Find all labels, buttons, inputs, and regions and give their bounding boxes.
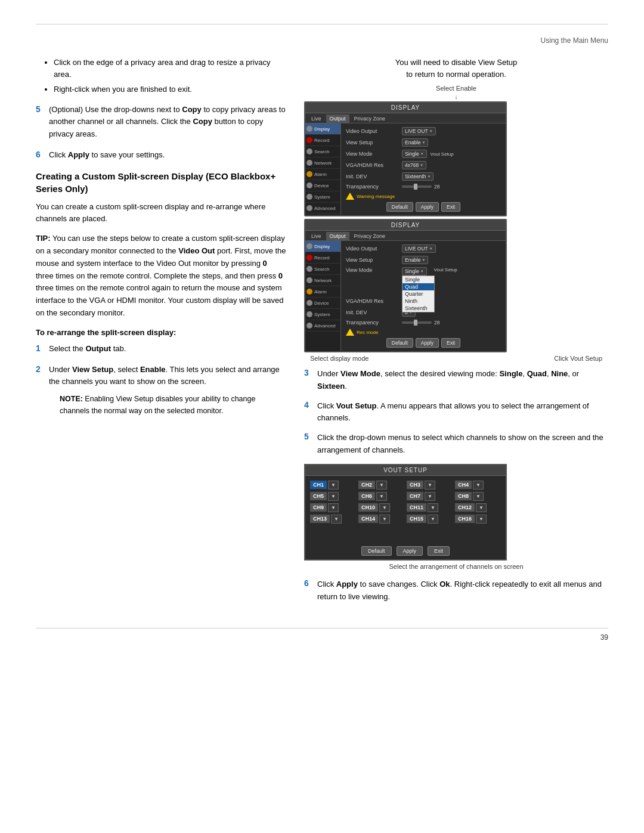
display-icon-2 [306, 243, 312, 249]
transparency-slider-2[interactable] [402, 321, 432, 324]
ch13-dropdown[interactable]: ▼ [331, 515, 342, 524]
vout-cell-ch3: CH3 ▼ [407, 481, 453, 490]
view-mode-dropdown-2[interactable]: Single [402, 267, 427, 275]
display-body-1: Display Record Search [305, 123, 506, 215]
ch10-dropdown[interactable]: ▼ [379, 503, 390, 512]
ch3-label: CH3 [407, 481, 423, 489]
vout-apply-btn[interactable]: Apply [397, 546, 423, 556]
sidebar-alarm-1[interactable]: Alarm [305, 169, 340, 180]
ch3-dropdown[interactable]: ▼ [425, 481, 435, 490]
tip-block: TIP: You can use the steps below to crea… [36, 233, 286, 320]
default-btn-2[interactable]: Default [386, 338, 413, 348]
ch1-dropdown[interactable]: ▼ [328, 481, 339, 490]
exit-btn-2[interactable]: Exit [441, 338, 460, 348]
view-setup-dropdown-2[interactable]: Enable [402, 256, 428, 264]
sidebar-search-2[interactable]: Search [305, 264, 340, 275]
step-5-left: 5 (Optional) Use the drop-downs next to … [36, 104, 286, 141]
sidebar-device-2[interactable]: Device [305, 298, 340, 309]
view-mode-dropdown-1[interactable]: Single [402, 150, 427, 158]
step-2: 2 Under View Setup, select Enable. This … [36, 364, 286, 417]
sidebar-network-1[interactable]: Network [305, 157, 340, 169]
ch11-dropdown[interactable]: ▼ [428, 503, 438, 512]
ch4-dropdown[interactable]: ▼ [473, 481, 484, 490]
step-4-body: Click Vout Setup. A menu appears that al… [317, 400, 608, 425]
tab-output-2[interactable]: Output [326, 232, 349, 240]
step-6-right-body: Click Apply to save changes. Click Ok. R… [317, 578, 608, 603]
ch12-label: CH12 [455, 503, 475, 512]
sidebar-advanced-1[interactable]: Advanced [305, 203, 340, 214]
sidebar-search-1[interactable]: Search [305, 146, 340, 157]
ch5-dropdown[interactable]: ▼ [328, 492, 339, 501]
default-btn-1[interactable]: Default [386, 202, 413, 212]
apply-btn-2[interactable]: Apply [416, 338, 439, 348]
alarm-icon-2 [306, 289, 312, 295]
tab-privacy-1[interactable]: Privacy Zone [351, 114, 389, 123]
tab-privacy-2[interactable]: Privacy Zone [351, 232, 389, 240]
sidebar-display-2[interactable]: Display [305, 241, 340, 252]
transparency-slider-1[interactable] [402, 185, 432, 188]
vout-cell-ch12: CH12 ▼ [455, 503, 501, 512]
tab-live-1[interactable]: Live [308, 114, 325, 123]
option-quarter[interactable]: Quarter [402, 290, 434, 298]
tab-output-1[interactable]: Output [326, 114, 349, 123]
vout-cell-ch11: CH11 ▼ [407, 503, 453, 512]
ch5-label: CH5 [310, 492, 327, 500]
vout-exit-btn[interactable]: Exit [428, 546, 450, 556]
step-1: 1 Select the Output tab. [36, 343, 286, 355]
vout-cell-ch9: CH9 ▼ [310, 503, 356, 512]
view-mode-options: Single Quad Quarter Ninth Sixteenth [402, 275, 435, 312]
init-dev-dropdown-1[interactable]: Sixteenth [402, 172, 434, 181]
vga-dropdown-1[interactable]: 4x768 [402, 161, 426, 169]
display-icon [306, 126, 312, 132]
step-5-right: 5 Click the drop-down menus to select wh… [304, 432, 608, 457]
warning-block-1: Warning message [346, 193, 501, 200]
ch2-dropdown[interactable]: ▼ [376, 481, 387, 490]
left-column: Click on the edge of a privacy area and … [36, 57, 286, 610]
slider-thumb-2 [414, 320, 417, 326]
apply-btn-1[interactable]: Apply [416, 202, 439, 212]
transparency-val-2: 28 [434, 320, 439, 326]
sidebar-record-1[interactable]: Record [305, 135, 340, 146]
view-setup-dropdown-1[interactable]: Enable [402, 138, 428, 147]
display-sidebar-1: Display Record Search [305, 123, 341, 215]
sidebar-system-2[interactable]: System [305, 309, 340, 320]
ch6-dropdown[interactable]: ▼ [376, 492, 387, 501]
sidebar-record-2[interactable]: Record [305, 252, 340, 264]
ch14-dropdown[interactable]: ▼ [379, 515, 390, 524]
vout-setup-btn-2[interactable]: Vout Setup [434, 267, 457, 272]
ch7-dropdown[interactable]: ▼ [425, 492, 435, 501]
screenshot-labels: Select display mode Click Vout Setup [304, 355, 608, 362]
warning-block-2: Rec mode [346, 329, 501, 336]
sidebar-device-1[interactable]: Device [305, 180, 340, 191]
bullet-list: Click on the edge of a privacy area and … [42, 57, 286, 95]
sidebar-alarm-2[interactable]: Alarm [305, 286, 340, 298]
vga-label-1: VGA/HDMI Res [346, 162, 400, 168]
sidebar-system-1[interactable]: System [305, 191, 340, 203]
ch9-dropdown[interactable]: ▼ [328, 503, 339, 512]
vout-cell-ch1: CH1 ▼ [310, 481, 356, 490]
ch8-label: CH8 [455, 492, 472, 500]
video-output-dropdown-1[interactable]: LIVE OUT [402, 127, 436, 135]
step-5-num: 5 [36, 104, 49, 114]
ch15-dropdown[interactable]: ▼ [428, 515, 438, 524]
exit-btn-1[interactable]: Exit [441, 202, 460, 212]
video-output-dropdown-2[interactable]: LIVE OUT [402, 244, 436, 253]
sidebar-network-2[interactable]: Network [305, 275, 340, 286]
option-quad[interactable]: Quad [402, 283, 434, 290]
vout-setup-btn-1[interactable]: Vout Setup [431, 151, 454, 157]
ch12-dropdown[interactable]: ▼ [476, 503, 487, 512]
ch8-dropdown[interactable]: ▼ [473, 492, 484, 501]
option-sixteenth[interactable]: Sixteenth [402, 305, 434, 312]
option-ninth[interactable]: Ninth [402, 298, 434, 305]
vout-default-btn[interactable]: Default [361, 546, 392, 556]
view-mode-label-2: View Mode [346, 267, 400, 273]
main-content: Click on the edge of a privacy area and … [36, 57, 608, 610]
tab-live-2[interactable]: Live [308, 232, 325, 240]
video-output-row-1: Video Output LIVE OUT [346, 127, 501, 135]
ch16-dropdown[interactable]: ▼ [476, 515, 487, 524]
sidebar-advanced-2[interactable]: Advanced [305, 320, 340, 332]
step-3-num: 3 [304, 368, 317, 377]
sidebar-display-1[interactable]: Display [305, 123, 340, 135]
option-single[interactable]: Single [402, 276, 434, 283]
ch1-label: CH1 [310, 481, 327, 489]
